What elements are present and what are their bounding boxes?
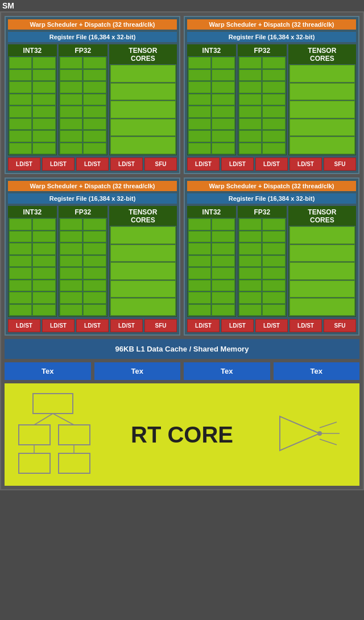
tex-1: Tex [5,362,91,380]
cell [262,57,285,69]
cell [262,143,285,155]
cell [9,118,32,130]
ldst-4-3: LD/ST [255,319,288,332]
tensor-cells-2 [289,64,355,155]
svg-line-6 [53,414,74,425]
cell [239,280,262,292]
cell [32,267,55,279]
tensor-cell [110,245,176,262]
fp32-col-4: FP32 [238,206,287,317]
cell [32,118,55,130]
int32-label-2: INT32 [188,45,235,56]
cell [239,255,262,267]
units-row-4: LD/ST LD/ST LD/ST LD/ST SFU [187,319,356,332]
tensor-cell [110,280,176,298]
cell [188,106,211,118]
rt-core-label: RT CORE [131,422,233,448]
cell [32,81,55,93]
cell [9,267,32,279]
int32-col-4: INT32 [187,206,236,317]
tensor-col-2: TENSORCORES [288,44,356,155]
sfu-1: SFU [144,158,177,171]
tensor-cell [289,245,355,262]
cell [262,106,285,118]
tex-3: Tex [184,362,270,380]
tensor-cell [289,298,355,316]
ldst-3-4: LD/ST [110,319,143,332]
tensor-cell [110,262,176,280]
cores-1: INT32 FP32 [8,44,177,155]
ldst-1-4: LD/ST [110,158,143,171]
quadrant-3: Warp Scheduler + Dispatch (32 thread/clk… [5,177,180,336]
cell [9,255,32,267]
cell [212,57,234,69]
tensor-cell [289,83,355,101]
cell [212,231,234,243]
tensor-cell [110,101,176,118]
cell [83,243,106,255]
cores-2: INT32 FP32 [187,44,356,155]
cell [239,69,262,81]
fp32-cells-3 [59,218,107,316]
ldst-4-2: LD/ST [221,319,254,332]
cell [262,81,285,93]
cell [60,231,82,243]
cell [262,69,285,81]
cell [239,304,262,316]
tensor-cell [110,119,176,137]
fp32-cells-2 [238,56,286,155]
cell [32,243,55,255]
warp-scheduler-3: Warp Scheduler + Dispatch (32 thread/clk… [8,181,177,191]
cell [212,243,234,255]
tensor-col-1: TENSORCORES [109,44,177,155]
cell [239,231,262,243]
tensor-cell [289,65,355,82]
cell [32,231,55,243]
cell [32,255,55,267]
cell [9,94,32,106]
cell [239,94,262,106]
cell [60,69,82,81]
units-row-2: LD/ST LD/ST LD/ST LD/ST SFU [187,158,356,171]
cell [188,304,211,316]
cell [83,280,106,292]
ldst-3-1: LD/ST [8,319,40,332]
ldst-4-4: LD/ST [289,319,322,332]
cores-4: INT32 FP32 [187,206,356,317]
int32-col-1: INT32 [8,44,57,155]
quadrant-4: Warp Scheduler + Dispatch (32 thread/clk… [184,177,359,336]
tensor-cell [110,298,176,316]
cell [212,69,234,81]
outer-wrapper: Warp Scheduler + Dispatch (32 thread/clk… [0,11,364,490]
cell [188,81,211,93]
cell [239,130,262,142]
rt-diagrams-right [274,411,348,458]
cell [83,304,106,316]
cell [239,143,262,155]
ldst-2-1: LD/ST [187,158,220,171]
cell [262,255,285,267]
cell [262,267,285,279]
cell [239,267,262,279]
cell [60,118,82,130]
cell [32,130,55,142]
cell [32,292,55,304]
int32-col-2: INT32 [187,44,236,155]
tensor-cells-3 [110,226,176,316]
cell [9,81,32,93]
tensor-col-3: TENSORCORES [109,206,177,317]
cell [262,292,285,304]
register-file-3: Register File (16,384 x 32-bit) [8,193,177,204]
int32-label-4: INT32 [188,206,235,218]
cell [188,292,211,304]
fp32-label-3: FP32 [59,206,107,218]
tensor-cells-1 [110,64,176,155]
cell [32,143,55,155]
tensor-cell [289,119,355,137]
int32-cells-1 [9,56,56,155]
fp32-cells-1 [59,56,107,155]
fp32-label-1: FP32 [59,45,107,56]
cell [9,304,32,316]
cell [188,57,211,69]
tensor-cell [289,226,355,244]
